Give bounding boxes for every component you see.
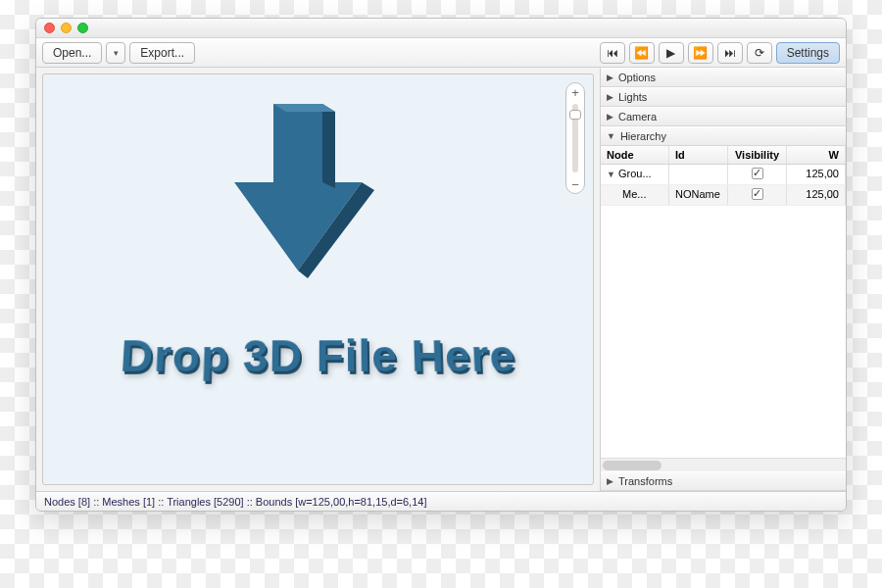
panel-camera[interactable]: ▶ Camera	[601, 107, 846, 126]
zoom-slider-track[interactable]	[572, 104, 578, 172]
open-button[interactable]: Open...	[42, 42, 102, 64]
cell-node: Me...	[601, 185, 669, 205]
app-window: Open... ▾ Export... ⏮ ⏪ ▶ ⏩ ⏭ ⟳ Settings	[35, 18, 847, 512]
status-bar: Nodes [8] :: Meshes [1] :: Triangles [52…	[36, 491, 846, 511]
panel-lights[interactable]: ▶ Lights	[601, 87, 846, 107]
open-dropdown-button[interactable]: ▾	[106, 42, 125, 64]
col-header-id[interactable]: Id	[669, 146, 728, 164]
svg-marker-1	[322, 104, 335, 188]
titlebar	[36, 19, 846, 38]
disclosure-right-icon: ▶	[607, 92, 613, 102]
content-area: Drop 3D File Here + − ▶ Options ▶ Lights	[36, 68, 846, 491]
window-minimize-button[interactable]	[61, 23, 72, 33]
fast-forward-button[interactable]: ⏩	[688, 42, 713, 64]
panel-options-label: Options	[618, 72, 656, 83]
cell-visibility	[728, 165, 787, 184]
go-first-button[interactable]: ⏮	[600, 42, 625, 64]
go-last-button[interactable]: ⏭	[717, 42, 743, 64]
cell-w: 125,00	[787, 165, 846, 184]
table-row[interactable]: ▼Grou... 125,00	[601, 165, 846, 185]
disclosure-down-icon: ▼	[607, 131, 615, 141]
viewport-3d[interactable]: Drop 3D File Here + −	[42, 74, 594, 485]
play-icon: ▶	[666, 46, 675, 60]
hierarchy-table: Node Id Visibility W ▼Grou... 125,00 Me.…	[601, 146, 846, 206]
window-close-button[interactable]	[44, 23, 55, 33]
cell-node: ▼Grou...	[601, 165, 669, 184]
scrollbar-thumb[interactable]	[603, 461, 662, 470]
status-text: Nodes [8] :: Meshes [1] :: Triangles [52…	[44, 496, 426, 508]
panel-hierarchy[interactable]: ▼ Hierarchy	[601, 126, 846, 146]
cell-node-text: Grou...	[618, 168, 652, 179]
visibility-checkbox[interactable]	[752, 168, 763, 179]
panel-lights-label: Lights	[618, 91, 647, 103]
zoom-slider-thumb[interactable]	[569, 110, 581, 120]
col-header-visibility[interactable]: Visibility	[728, 146, 787, 164]
disclosure-right-icon: ▶	[607, 476, 613, 486]
panel-transforms-label: Transforms	[618, 475, 672, 487]
drop-arrow-graphic	[210, 94, 386, 280]
cell-id: NOName	[669, 185, 728, 205]
disclosure-right-icon: ▶	[607, 73, 613, 82]
hierarchy-empty-area	[601, 206, 846, 458]
svg-marker-0	[234, 104, 362, 270]
zoom-in-button[interactable]: +	[566, 83, 584, 101]
panel-transforms[interactable]: ▶ Transforms	[601, 471, 846, 491]
zoom-out-button[interactable]: −	[566, 175, 584, 193]
cell-id	[669, 165, 728, 184]
settings-button[interactable]: Settings	[776, 42, 840, 64]
loop-icon: ⟳	[755, 46, 764, 60]
window-zoom-button[interactable]	[77, 23, 88, 33]
drop-text-label: Drop 3D File Here	[42, 330, 594, 382]
cell-visibility	[728, 185, 787, 205]
cell-w: 125,00	[787, 185, 846, 205]
inspector-sidebar: ▶ Options ▶ Lights ▶ Camera ▼ Hierarchy …	[601, 68, 846, 491]
col-header-node[interactable]: Node	[601, 146, 669, 164]
fast-forward-icon: ⏩	[693, 46, 708, 60]
skip-start-icon: ⏮	[607, 46, 618, 60]
play-button[interactable]: ▶	[659, 42, 684, 64]
horizontal-scrollbar[interactable]	[601, 458, 846, 471]
panel-hierarchy-label: Hierarchy	[620, 130, 666, 142]
zoom-control[interactable]: + −	[565, 82, 585, 194]
toolbar: Open... ▾ Export... ⏮ ⏪ ▶ ⏩ ⏭ ⟳ Settings	[36, 38, 846, 68]
rewind-button[interactable]: ⏪	[629, 42, 655, 64]
disclosure-right-icon: ▶	[607, 112, 613, 122]
table-row[interactable]: Me... NOName 125,00	[601, 185, 846, 206]
col-header-w[interactable]: W	[787, 146, 846, 164]
export-button[interactable]: Export...	[129, 42, 195, 64]
rewind-icon: ⏪	[634, 46, 649, 60]
visibility-checkbox[interactable]	[752, 188, 763, 200]
disclosure-down-icon[interactable]: ▼	[607, 170, 615, 179]
panel-options[interactable]: ▶ Options	[601, 68, 846, 87]
table-header-row: Node Id Visibility W	[601, 146, 846, 165]
loop-button[interactable]: ⟳	[747, 42, 772, 64]
panel-camera-label: Camera	[618, 111, 657, 122]
chevron-down-icon: ▾	[114, 48, 119, 58]
skip-end-icon: ⏭	[724, 46, 736, 60]
viewport-container: Drop 3D File Here + −	[36, 68, 601, 491]
